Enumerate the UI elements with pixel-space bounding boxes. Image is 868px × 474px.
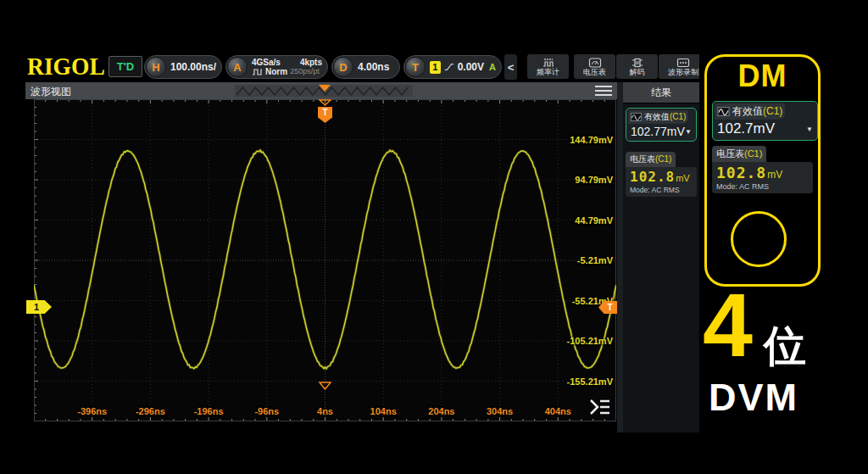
timebase-overview[interactable] [235, 85, 413, 97]
rigol-logo: RIGOL [27, 53, 105, 81]
trigger-status-badge[interactable]: T'D [108, 56, 142, 77]
trigger-button[interactable]: T 1 0.00V A [403, 55, 502, 79]
delay-button[interactable]: D 4.00ns [331, 55, 400, 79]
results-panel-title: 结果 [623, 82, 699, 103]
x-axis-label: -196ns [194, 406, 224, 416]
panel-divider [617, 82, 623, 432]
x-axis-label: 304ns [487, 406, 513, 416]
dm-dvm-reading: 102.8mV [716, 164, 809, 181]
dropdown-icon[interactable]: ▼ [685, 128, 692, 136]
caption-digit-count: 4 [703, 280, 753, 370]
dm-title: DM [707, 59, 818, 94]
voltmeter-button[interactable]: 电压表 [574, 54, 615, 79]
y-axis-label: 94.79mV [575, 175, 613, 185]
caption-dvm-text: DVM [709, 378, 798, 416]
dm-callout-panel: DM 有效值(C1) 102.7mV ▼ 电压表(C1) 102.8mV Mod… [704, 54, 821, 287]
waveform-view-title: 波形视图 [31, 85, 71, 99]
rising-edge-icon [444, 61, 454, 73]
oscilloscope-screen: RIGOL T'D H 100.00ns/ A 4GSa/s 4kpts Nor… [25, 51, 699, 432]
dm-rms-value: 102.7mV [717, 120, 775, 137]
collapse-toolbar-button[interactable]: < [504, 54, 517, 80]
acquisition-knob[interactable]: A [227, 57, 248, 77]
waveform-thumbnail-icon [717, 107, 730, 116]
dm-dvm-card-label: 电压表(C1) [712, 146, 766, 162]
waveform-thumbnail-icon [631, 113, 642, 121]
frequency-counter-icon [542, 58, 555, 68]
x-axis-label: -396ns [77, 406, 107, 416]
dvm-card-label: 电压表(C1) [626, 152, 676, 167]
dvm-mode: Mode: AC RMS [630, 186, 693, 194]
rms-card-label: 有效值(C1) [644, 111, 686, 123]
acquisition-info: 4GSa/s 4kpts Norm 250ps/pt [252, 58, 322, 76]
grid-and-trace [34, 99, 616, 421]
x-axis-label: 204ns [428, 406, 454, 416]
x-axis-label: 104ns [370, 406, 397, 416]
waveform-grid[interactable]: 144.79mV 94.79mV 44.79mV -5.21mV -55.21m… [34, 99, 616, 421]
x-axis-label: 404ns [545, 406, 571, 416]
waveform-record-icon [676, 58, 690, 68]
horizontal-scale-button[interactable]: H 100.00ns/ [144, 55, 222, 79]
trigger-position-top-icon[interactable] [319, 99, 331, 106]
rms-result-card[interactable]: 有效值(C1) 102.77mV ▼ [626, 108, 697, 142]
top-toolbar: RIGOL T'D H 100.00ns/ A 4GSa/s 4kpts Nor… [25, 51, 699, 82]
y-axis-label: -5.21mV [577, 255, 613, 265]
knob-circle-icon [731, 211, 787, 267]
dropdown-icon: ▼ [806, 125, 813, 133]
horizontal-scale-value: 100.00ns/ [170, 61, 216, 73]
waveform-record-label: 波形录制 [668, 69, 698, 76]
voltmeter-icon [588, 58, 602, 68]
trigger-level-value: 0.00V [458, 61, 484, 73]
screenshot-canvas: RIGOL T'D H 100.00ns/ A 4GSa/s 4kpts Nor… [0, 0, 868, 474]
decode-icon [631, 58, 644, 68]
waveform-view-header: 波形视图 [25, 82, 623, 99]
results-panel: 结果 有效值(C1) 102.77mV ▼ 电压表(C1) 102.8mV Mo… [623, 82, 699, 432]
memory-depth: 4kpts [300, 58, 322, 67]
decode-label: 解码 [630, 69, 645, 76]
trigger-position-bottom-icon[interactable] [319, 382, 331, 390]
caption-unit-cjk: 位 [764, 325, 806, 367]
square-wave-icon [252, 68, 263, 75]
horizontal-knob[interactable]: H [146, 57, 166, 77]
freq-counter-label: 频率计 [537, 69, 559, 76]
decode-button[interactable]: 解码 [616, 54, 658, 79]
dvm-result-card[interactable]: 电压表(C1) 102.8mV Mode: AC RMS [626, 150, 697, 197]
y-axis-label: -105.21mV [567, 336, 613, 346]
voltmeter-label: 电压表 [583, 69, 606, 76]
dm-dvm-card: 电压表(C1) 102.8mV Mode: AC RMS [712, 145, 813, 193]
expand-menu-icon[interactable] [588, 397, 612, 417]
trigger-sweep-mode: A [489, 62, 496, 72]
y-axis-label: 144.79mV [570, 135, 613, 145]
delay-knob[interactable]: D [333, 57, 353, 77]
dvm-reading: 102.8mV [630, 169, 693, 185]
acquisition-button[interactable]: A 4GSa/s 4kpts Norm 250ps/pt [225, 55, 328, 79]
menu-icon[interactable] [595, 86, 612, 96]
trigger-knob[interactable]: T [405, 57, 426, 77]
trigger-source-badge: 1 [430, 61, 441, 74]
dm-rms-card-label: 有效值(C1) [732, 104, 782, 119]
dm-rms-card: 有效值(C1) 102.7mV ▼ [712, 101, 818, 141]
rms-value: 102.77mV [631, 125, 685, 138]
waveform-record-button[interactable]: 波形录制 [659, 54, 699, 79]
y-axis-label: 44.79mV [575, 215, 613, 226]
overview-trigger-position-icon[interactable] [319, 85, 331, 92]
y-axis-label: -155.21mV [567, 376, 613, 387]
sample-rate: 4GSa/s [252, 58, 281, 67]
sample-resolution: 250ps/pt [290, 67, 320, 76]
x-axis-label: -296ns [136, 406, 165, 416]
x-axis-label: -96ns [254, 406, 279, 416]
acquisition-mode: Norm [265, 67, 287, 76]
freq-counter-button[interactable]: 频率计 [527, 54, 569, 79]
dm-dvm-mode: Mode: AC RMS [716, 182, 809, 191]
delay-value: 4.00ns [358, 61, 389, 73]
x-axis-label: 4ns [317, 406, 333, 416]
